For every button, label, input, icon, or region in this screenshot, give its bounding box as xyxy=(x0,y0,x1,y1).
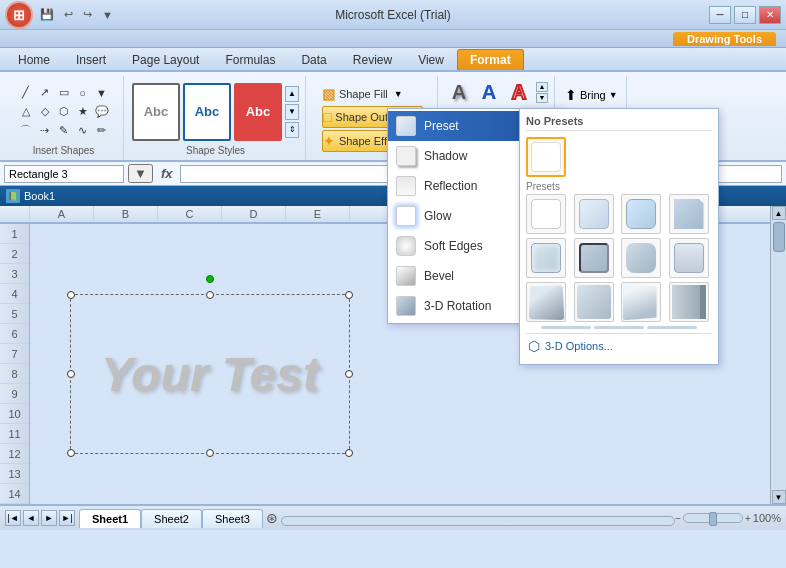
sheet-tab-sheet3[interactable]: Sheet3 xyxy=(202,509,263,528)
preset-8[interactable] xyxy=(669,238,709,278)
row-1[interactable]: 1 xyxy=(0,224,29,244)
cell-a14[interactable] xyxy=(30,484,94,503)
cell-d14[interactable] xyxy=(222,484,286,503)
tab-insert[interactable]: Insert xyxy=(63,49,119,70)
row-5[interactable]: 5 xyxy=(0,304,29,324)
wa-scroll-down[interactable]: ▼ xyxy=(536,93,548,103)
row-10[interactable]: 10 xyxy=(0,404,29,424)
row-3[interactable]: 3 xyxy=(0,264,29,284)
name-box[interactable]: Rectangle 3 xyxy=(4,165,124,183)
row-13[interactable]: 13 xyxy=(0,464,29,484)
preset-3[interactable] xyxy=(621,194,661,234)
handle-tl[interactable] xyxy=(67,291,75,299)
row-12[interactable]: 12 xyxy=(0,444,29,464)
handle-ml[interactable] xyxy=(67,370,75,378)
zoom-slider[interactable] xyxy=(683,513,743,523)
dropdown-name-btn[interactable]: ▼ xyxy=(128,164,153,183)
preset-1[interactable] xyxy=(526,194,566,234)
zoom-out-btn[interactable]: − xyxy=(675,513,681,524)
shape-scribble[interactable]: ∿ xyxy=(74,122,92,140)
cell-d2[interactable] xyxy=(222,244,286,263)
col-header-c[interactable]: C xyxy=(158,206,222,222)
cell-a1[interactable] xyxy=(30,224,94,243)
sheet-next-btn[interactable]: ► xyxy=(41,510,57,526)
cell-e14[interactable] xyxy=(286,484,770,503)
shape-line[interactable]: ╱ xyxy=(17,84,35,102)
bring-btn[interactable]: ⬆ Bring ▼ xyxy=(563,84,620,106)
wordart-a3[interactable]: A xyxy=(506,78,532,106)
cell-d3[interactable] xyxy=(222,264,286,283)
handle-tm[interactable] xyxy=(206,291,214,299)
style-swatch-1[interactable]: Abc xyxy=(132,83,180,141)
tab-format[interactable]: Format xyxy=(457,49,524,70)
shape-edit[interactable]: ✏ xyxy=(93,122,111,140)
wa-scroll-up[interactable]: ▲ xyxy=(536,82,548,92)
style-swatch-3[interactable]: Abc xyxy=(234,83,282,141)
shape-diamond[interactable]: ◇ xyxy=(36,103,54,121)
cell-b13[interactable] xyxy=(94,464,158,483)
cell-b2[interactable] xyxy=(94,244,158,263)
zoom-thumb[interactable] xyxy=(709,512,717,526)
cell-c1[interactable] xyxy=(158,224,222,243)
shape-connector[interactable]: ⇢ xyxy=(36,122,54,140)
sheet-tab-sheet1[interactable]: Sheet1 xyxy=(79,509,141,528)
shape-overlay[interactable]: Your Test xyxy=(70,294,350,454)
redo-btn[interactable]: ↪ xyxy=(79,6,96,23)
cell-c13[interactable] xyxy=(158,464,222,483)
handle-bm[interactable] xyxy=(206,449,214,457)
undo-btn[interactable]: ↩ xyxy=(60,6,77,23)
preset-6[interactable] xyxy=(574,238,614,278)
three-d-options-btn[interactable]: ⬡ 3-D Options... xyxy=(526,333,712,358)
cell-c2[interactable] xyxy=(158,244,222,263)
shape-hex[interactable]: ⬡ xyxy=(55,103,73,121)
maximize-btn[interactable]: □ xyxy=(734,6,756,24)
shape-star[interactable]: ★ xyxy=(74,103,92,121)
close-btn[interactable]: ✕ xyxy=(759,6,781,24)
office-button[interactable]: ⊞ xyxy=(5,1,33,29)
sheet-tab-sheet2[interactable]: Sheet2 xyxy=(141,509,202,528)
more-btn[interactable]: ▼ xyxy=(98,7,117,23)
tab-page-layout[interactable]: Page Layout xyxy=(119,49,212,70)
minimize-btn[interactable]: ─ xyxy=(709,6,731,24)
zoom-in-btn[interactable]: + xyxy=(745,513,751,524)
row-7[interactable]: 7 xyxy=(0,344,29,364)
cell-b3[interactable] xyxy=(94,264,158,283)
cell-e11[interactable] xyxy=(286,424,770,443)
style-swatch-2[interactable]: Abc xyxy=(183,83,231,141)
cell-a13[interactable] xyxy=(30,464,94,483)
row-8[interactable]: 8 xyxy=(0,364,29,384)
shape-triangle[interactable]: △ xyxy=(17,103,35,121)
wordart-a2[interactable]: A xyxy=(476,78,502,106)
sheet-last-btn[interactable]: ►| xyxy=(59,510,75,526)
shape-curve[interactable]: ⌒ xyxy=(17,122,35,140)
cell-e8[interactable] xyxy=(286,364,770,383)
row-2[interactable]: 2 xyxy=(0,244,29,264)
swatch-scroll-down[interactable]: ▼ xyxy=(285,104,299,120)
scrollbar-vertical[interactable]: ▲ ▼ xyxy=(770,206,786,504)
cell-b14[interactable] xyxy=(94,484,158,503)
shape-more[interactable]: ▼ xyxy=(93,84,111,102)
cell-d1[interactable] xyxy=(222,224,286,243)
cell-e10[interactable] xyxy=(286,404,770,423)
preset-3d-3[interactable] xyxy=(621,282,661,322)
row-6[interactable]: 6 xyxy=(0,324,29,344)
preset-3d-2[interactable] xyxy=(574,282,614,322)
tab-home[interactable]: Home xyxy=(5,49,63,70)
sheet-prev-btn[interactable]: ◄ xyxy=(23,510,39,526)
cell-a3[interactable] xyxy=(30,264,94,283)
row-4[interactable]: 4 xyxy=(0,284,29,304)
handle-mr[interactable] xyxy=(345,370,353,378)
cell-a2[interactable] xyxy=(30,244,94,263)
shape-circle[interactable]: ○ xyxy=(74,84,92,102)
scroll-up-btn[interactable]: ▲ xyxy=(772,206,786,220)
preset-4[interactable] xyxy=(669,194,709,234)
tab-review[interactable]: Review xyxy=(340,49,405,70)
col-header-e[interactable]: E xyxy=(286,206,350,222)
rotation-handle[interactable] xyxy=(206,275,214,283)
handle-tr[interactable] xyxy=(345,291,353,299)
wordart-a1[interactable]: A xyxy=(446,78,472,106)
col-header-b[interactable]: B xyxy=(94,206,158,222)
preset-7[interactable] xyxy=(621,238,661,278)
cell-c14[interactable] xyxy=(158,484,222,503)
handle-br[interactable] xyxy=(345,449,353,457)
